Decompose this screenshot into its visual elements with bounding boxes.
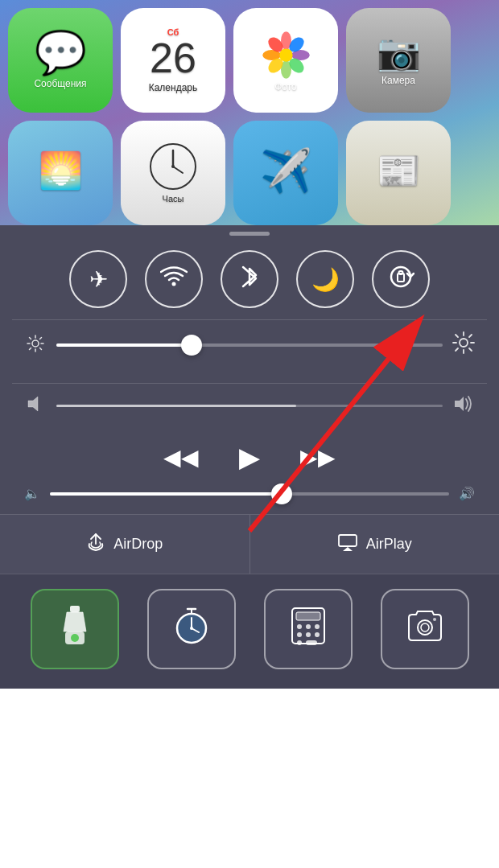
svg-point-47 <box>190 627 193 630</box>
svg-line-34 <box>456 348 458 351</box>
svg-point-55 <box>315 632 320 637</box>
brightness-track[interactable] <box>56 343 443 347</box>
svg-line-32 <box>469 348 472 351</box>
svg-point-17 <box>32 340 39 347</box>
homescreen: 💬 Сообщения Сб 26 Календарь Фото 📷 Камер… <box>0 0 499 225</box>
play-icon: ▶ <box>239 442 260 472</box>
volume-main-thumb[interactable] <box>271 483 292 504</box>
wifi-icon <box>160 265 188 294</box>
svg-point-53 <box>297 632 302 637</box>
wifi-toggle[interactable] <box>145 250 203 308</box>
volume-fill <box>56 405 296 407</box>
control-center: ✈ 🌙 <box>0 225 499 689</box>
volume-section <box>0 384 499 434</box>
media-controls: ◀◀ ▶ ▶▶ <box>0 434 499 486</box>
svg-line-33 <box>469 335 472 337</box>
airdrop-icon <box>86 533 105 556</box>
svg-line-31 <box>456 335 458 337</box>
svg-rect-49 <box>296 612 320 620</box>
donotdisturb-toggle[interactable]: 🌙 <box>296 250 354 308</box>
rotation-icon <box>387 263 414 296</box>
svg-marker-36 <box>455 397 464 411</box>
rewind-button[interactable]: ◀◀ <box>163 444 199 471</box>
svg-point-59 <box>421 623 429 631</box>
volume-main-track[interactable] <box>50 492 449 496</box>
photos-label: Фото <box>274 81 297 93</box>
svg-point-50 <box>297 624 302 629</box>
svg-point-56 <box>297 640 302 645</box>
camera-tool-button[interactable] <box>381 589 469 669</box>
bluetooth-toggle[interactable] <box>221 250 278 308</box>
svg-point-26 <box>460 339 468 347</box>
app-messages[interactable]: 💬 Сообщения <box>8 8 113 113</box>
app-plane[interactable]: ✈️ <box>233 121 338 225</box>
volume-low-icon <box>24 395 47 417</box>
flashlight-button[interactable] <box>31 589 119 669</box>
airplay-icon <box>337 533 358 555</box>
rotation-lock-toggle[interactable] <box>372 250 430 308</box>
svg-line-25 <box>30 348 31 349</box>
cc-handle <box>0 225 499 239</box>
svg-rect-57 <box>306 640 317 645</box>
svg-point-13 <box>171 165 175 168</box>
brightness-low-icon <box>24 335 47 356</box>
messages-label: Сообщения <box>34 78 86 89</box>
cc-sliders <box>0 320 499 383</box>
svg-line-12 <box>173 167 183 173</box>
timer-button[interactable] <box>147 589 236 669</box>
brightness-high-icon <box>452 331 475 359</box>
flashlight-icon <box>60 606 89 653</box>
svg-point-14 <box>172 282 176 286</box>
calendar-label: Календарь <box>149 82 198 93</box>
app-news[interactable]: 📰 <box>346 121 451 225</box>
cc-toggles-row: ✈ 🌙 <box>0 239 499 319</box>
timer-icon <box>171 606 212 653</box>
volume-thumb-row: 🔈 🔊 <box>0 486 499 514</box>
svg-point-54 <box>306 632 311 637</box>
volume-row <box>24 395 475 417</box>
cc-tools-row <box>0 574 499 689</box>
vol-high-icon: 🔊 <box>459 486 475 501</box>
app-calendar[interactable]: Сб 26 Календарь <box>121 8 225 113</box>
app-photos[interactable]: Фото <box>233 8 338 113</box>
app-camera[interactable]: 📷 Камера <box>346 8 451 113</box>
calculator-icon <box>290 606 327 653</box>
app-scenery[interactable]: 🌅 <box>8 121 113 225</box>
svg-point-9 <box>279 48 292 61</box>
fastforward-button[interactable]: ▶▶ <box>300 444 336 471</box>
moon-icon: 🌙 <box>311 266 340 293</box>
play-button[interactable]: ▶ <box>239 441 260 473</box>
svg-marker-35 <box>28 397 38 411</box>
svg-point-60 <box>433 618 436 621</box>
cc-handle-bar <box>229 232 270 236</box>
brightness-thumb[interactable] <box>181 335 202 356</box>
camera-tool-icon <box>405 608 445 651</box>
airplane-icon: ✈ <box>89 266 108 293</box>
camera-label: Камера <box>381 75 415 86</box>
svg-point-41 <box>71 634 79 642</box>
airplane-mode-toggle[interactable]: ✈ <box>69 250 127 308</box>
bluetooth-icon <box>241 262 258 297</box>
airdrop-label: AirDrop <box>113 536 163 553</box>
svg-point-58 <box>418 620 432 635</box>
rewind-icon: ◀◀ <box>163 445 199 470</box>
messages-icon: 💬 <box>35 31 87 73</box>
vol-low-icon: 🔈 <box>24 486 40 501</box>
fastforward-icon: ▶▶ <box>300 445 336 470</box>
svg-marker-38 <box>343 547 353 551</box>
svg-line-23 <box>40 348 42 349</box>
calendar-date: 26 <box>150 37 196 79</box>
calculator-button[interactable] <box>264 589 353 669</box>
airplay-button[interactable]: AirPlay <box>250 515 500 574</box>
clock-icon <box>149 142 197 191</box>
camera-icon: 📷 <box>377 35 421 70</box>
volume-track[interactable] <box>56 405 443 407</box>
svg-point-52 <box>315 624 320 629</box>
svg-rect-37 <box>339 535 357 546</box>
volume-high-icon <box>452 395 475 417</box>
photos-icon <box>260 29 312 81</box>
app-clock[interactable]: Часы <box>121 121 225 225</box>
svg-line-22 <box>30 337 31 339</box>
airdrop-button[interactable]: AirDrop <box>0 515 250 574</box>
svg-line-24 <box>40 337 42 339</box>
